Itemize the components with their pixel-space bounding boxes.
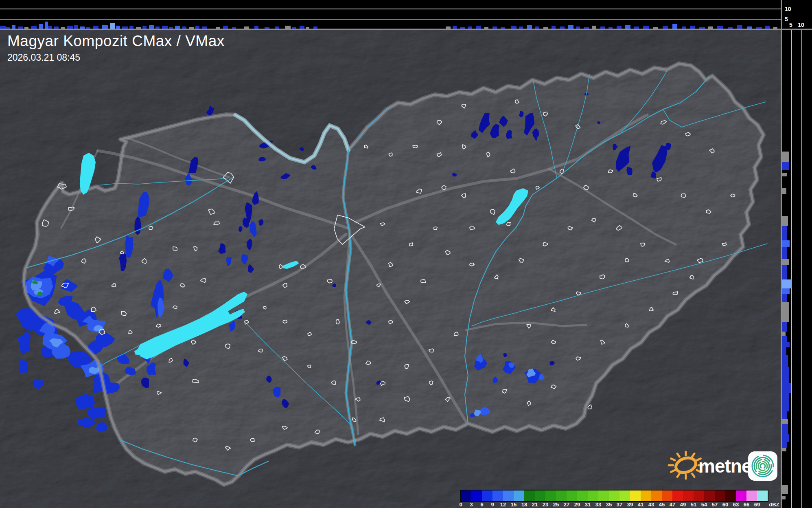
svg-text:15: 15: [511, 501, 517, 508]
svg-text:47: 47: [670, 501, 675, 508]
svg-text:66: 66: [744, 501, 749, 508]
metnet-app-icon: [748, 451, 777, 481]
svg-text:57: 57: [712, 501, 718, 508]
map-area: metnet 036912151821232527293133353739414…: [0, 29, 781, 508]
svg-text:0: 0: [459, 501, 462, 508]
svg-text:41: 41: [638, 501, 643, 508]
svg-text:43: 43: [648, 501, 654, 508]
svg-text:3: 3: [470, 501, 473, 508]
svg-text:12: 12: [500, 501, 506, 508]
svg-text:29: 29: [574, 501, 580, 508]
dbz-unit-label: dBZ: [769, 501, 779, 508]
svg-text:63: 63: [733, 501, 739, 508]
svg-text:5: 5: [789, 22, 792, 28]
svg-text:37: 37: [617, 501, 622, 508]
svg-text:10: 10: [798, 22, 804, 28]
svg-text:10: 10: [785, 6, 791, 12]
svg-text:33: 33: [595, 501, 601, 508]
svg-text:39: 39: [627, 501, 633, 508]
svg-text:23: 23: [543, 501, 548, 508]
svg-text:18: 18: [521, 501, 527, 508]
radar-composite-map: metnet 036912151821232527293133353739414…: [0, 0, 812, 508]
svg-text:69: 69: [754, 501, 760, 508]
svg-text:54: 54: [701, 501, 707, 508]
svg-text:9: 9: [491, 501, 494, 508]
svg-text:51: 51: [691, 501, 696, 508]
svg-text:35: 35: [606, 501, 612, 508]
svg-text:25: 25: [553, 501, 559, 508]
top-histogram-strip: [0, 0, 781, 29]
svg-text:6: 6: [480, 501, 483, 508]
svg-text:31: 31: [585, 501, 591, 508]
svg-text:60: 60: [722, 501, 728, 508]
svg-text:5: 5: [785, 16, 788, 22]
svg-text:45: 45: [659, 501, 665, 508]
radar-viewer: metnet 036912151821232527293133353739414…: [0, 0, 812, 508]
svg-text:27: 27: [564, 501, 569, 508]
svg-text:49: 49: [680, 501, 686, 508]
svg-text:21: 21: [532, 501, 538, 508]
right-histogram-strip: [781, 0, 812, 508]
